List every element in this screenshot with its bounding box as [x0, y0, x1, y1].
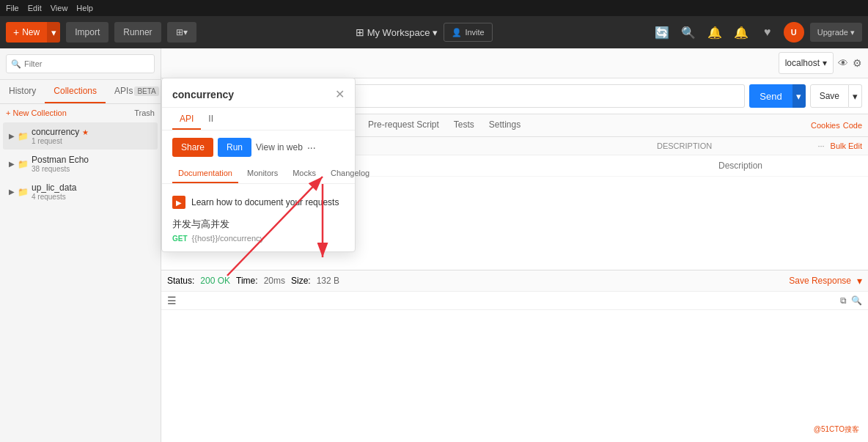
cookies-link[interactable]: Cookies	[811, 121, 840, 130]
modal-doc-tab-documentation[interactable]: Documentation	[172, 164, 238, 183]
method-label: GET	[172, 235, 188, 243]
share-button[interactable]: Share	[172, 138, 213, 157]
collection-item-postman-echo[interactable]: ▶ 📁 Postman Echo 38 requests ···	[3, 150, 158, 177]
collection-name-postman: Postman Echo	[32, 155, 143, 165]
menu-help[interactable]: Help	[76, 4, 93, 12]
toolbar: + New ▾ Import Runner ⊞▾ ⊞ My Workspace …	[0, 16, 868, 48]
run-button[interactable]: Run	[218, 138, 251, 157]
collection-item-concurrency[interactable]: ▶ 📁 concurrency ★ 1 request ···	[3, 122, 158, 150]
search-response-icon[interactable]: 🔍	[851, 295, 862, 306]
star-icon-concurrency: ★	[82, 128, 89, 136]
save-button[interactable]: Save	[810, 84, 849, 108]
tab-collections[interactable]: Collections	[45, 80, 106, 103]
collection-info-concurrency: concurrency ★ 1 request	[32, 127, 143, 145]
top-actions: Cookies Code	[811, 121, 862, 130]
response-toolbar-icon[interactable]: ☰	[167, 295, 177, 306]
avatar[interactable]: U	[784, 22, 804, 43]
search-input[interactable]	[6, 54, 155, 73]
sidebar-search-area: 🔍	[0, 48, 161, 80]
value-input[interactable]	[328, 158, 716, 173]
menu-file[interactable]: File	[6, 4, 19, 12]
main-layout: 🔍 History Collections APIsBETA + New Col…	[0, 48, 868, 442]
save-response-button[interactable]: Save Response	[789, 276, 851, 286]
response-header: Status: 200 OK Time: 20ms Size: 132 B Sa…	[161, 270, 868, 292]
sidebar-tabs: History Collections APIsBETA	[0, 80, 161, 104]
tab-history[interactable]: History	[0, 80, 45, 103]
notification-icon[interactable]: 🔔	[731, 22, 751, 43]
content-area: localhost ▾ 👁 ⚙ GET POST PUT DELETE Send…	[161, 48, 868, 442]
bulk-edit-link[interactable]: Bulk Edit	[831, 141, 862, 150]
modal-header: concurrency ✕	[162, 78, 355, 108]
folder-icon-uplic: 📁	[18, 187, 29, 197]
time-label: Time:	[236, 276, 258, 286]
trash-button[interactable]: Trash	[134, 108, 155, 117]
more-header-icon[interactable]: ···	[817, 141, 824, 150]
search-icon[interactable]: 🔍	[678, 22, 699, 43]
send-button[interactable]: Send	[749, 84, 792, 108]
size-label: Size:	[291, 276, 311, 286]
search-icon-inner: 🔍	[11, 59, 21, 69]
runner-button[interactable]: Runner	[114, 22, 161, 43]
modal-tab-api[interactable]: API	[172, 108, 201, 130]
localhost-selector[interactable]: localhost ▾	[779, 52, 834, 74]
tab-apis[interactable]: APIsBETA	[106, 80, 168, 103]
collection-item-uplic[interactable]: ▶ 📁 up_lic_data 4 requests ···	[3, 178, 158, 205]
tab-tests[interactable]: Tests	[446, 114, 482, 136]
expand-icon-postman: ▶	[9, 160, 15, 168]
code-link[interactable]: Code	[843, 121, 862, 130]
modal-doc-tab-mocks[interactable]: Mocks	[287, 164, 322, 183]
sidebar: 🔍 History Collections APIsBETA + New Col…	[0, 48, 161, 442]
new-collection-button[interactable]: + New Collection	[6, 108, 67, 117]
copy-response-icon[interactable]: ⧉	[840, 295, 847, 306]
desc-header: DESCRIPTION	[657, 141, 803, 150]
expand-icon-uplic: ▶	[9, 188, 15, 196]
tab-settings[interactable]: Settings	[482, 114, 528, 136]
value-header: VALUE	[328, 141, 657, 150]
menu-edit[interactable]: Edit	[28, 4, 42, 12]
tab-pre-request-script[interactable]: Pre-request Script	[361, 114, 446, 136]
learn-link[interactable]: ▶ Learn how to document your requests	[172, 193, 345, 212]
more-button[interactable]: ···	[307, 141, 316, 153]
heart-icon[interactable]: ♥	[757, 22, 778, 43]
top-bar-right: localhost ▾ 👁 ⚙	[161, 48, 868, 78]
toolbar-right: 🔄 🔍 🔔 🔔 ♥ U Upgrade ▾	[652, 22, 862, 43]
layout-button[interactable]: ⊞▾	[167, 22, 196, 43]
invite-button[interactable]: 👤 Invite	[444, 23, 492, 42]
import-button[interactable]: Import	[66, 22, 108, 43]
save-response-arrow[interactable]: ▾	[857, 275, 862, 287]
view-web-button[interactable]: View in web	[256, 142, 303, 152]
modal-close-button[interactable]: ✕	[335, 87, 345, 101]
sync-icon[interactable]: 🔄	[652, 22, 672, 43]
modal-doc-tab-changelog[interactable]: Changelog	[325, 164, 375, 183]
eye-icon[interactable]: 👁	[838, 57, 848, 69]
expand-icon-concurrency: ▶	[9, 132, 15, 140]
collection-list: ▶ 📁 concurrency ★ 1 request ··· ▶ 📁 Post…	[0, 122, 161, 442]
new-dropdown-button[interactable]: ▾	[47, 22, 60, 43]
new-button[interactable]: + New	[6, 22, 47, 43]
send-dropdown-button[interactable]: ▾	[792, 84, 806, 108]
settings-icon[interactable]: ⚙	[853, 57, 862, 69]
bell-icon[interactable]: 🔔	[705, 22, 725, 43]
collection-count-concurrency: 1 request	[32, 137, 143, 145]
modal-chinese-title: 并发与高并发	[172, 212, 345, 234]
workspace-button[interactable]: ⊞ My Workspace ▾	[356, 26, 438, 38]
collection-name-uplic: up_lic_data	[32, 183, 143, 193]
watermark: @51CTO搜客	[811, 423, 862, 436]
response-toolbar: ☰ ⧉ 🔍	[161, 292, 868, 310]
modal-tab-ii[interactable]: II	[201, 108, 221, 130]
save-dropdown-button[interactable]: ▾	[849, 84, 862, 108]
response-body	[161, 310, 868, 442]
menu-view[interactable]: View	[51, 4, 68, 12]
apis-beta-badge: BETA	[134, 86, 158, 96]
folder-icon-postman: 📁	[18, 159, 29, 169]
upgrade-button[interactable]: Upgrade ▾	[810, 23, 862, 42]
modal-body: ▶ Learn how to document your requests 并发…	[162, 184, 355, 251]
collection-modal: concurrency ✕ API II Share Run View in w…	[161, 78, 356, 252]
modal-doc-tab-monitors[interactable]: Monitors	[241, 164, 284, 183]
learn-text: Learn how to document your requests	[191, 197, 339, 207]
modal-title: concurrency	[172, 89, 234, 100]
desc-input[interactable]	[716, 158, 862, 173]
menu-bar: File Edit View Help	[0, 0, 868, 16]
size-value: 132 B	[317, 276, 339, 286]
folder-icon-concurrency: 📁	[18, 131, 29, 141]
